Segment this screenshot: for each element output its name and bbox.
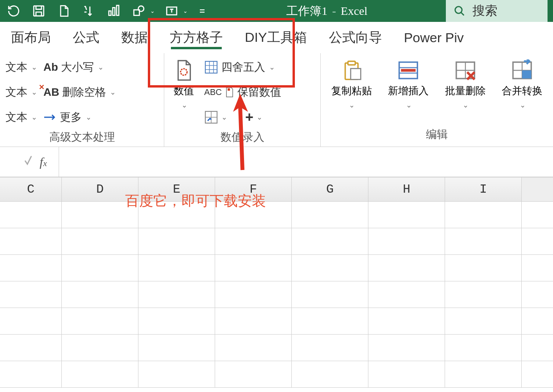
- chart-icon[interactable]: [106, 3, 122, 19]
- tab-fangfanggezi[interactable]: 方方格子: [159, 22, 234, 53]
- tab-powerpivot[interactable]: Power Piv: [393, 22, 475, 53]
- grid-cell[interactable]: [292, 281, 368, 308]
- title-separator: -: [332, 4, 336, 18]
- grid-icon: [204, 60, 218, 74]
- grid-cell[interactable]: [445, 228, 522, 254]
- column-header[interactable]: E: [138, 177, 215, 201]
- grid-cell[interactable]: [138, 281, 215, 308]
- grid-cell[interactable]: [445, 361, 522, 387]
- grid-cell[interactable]: [62, 228, 138, 254]
- grid-cell[interactable]: [445, 335, 522, 361]
- grid-cell[interactable]: [0, 335, 62, 361]
- grid-cell[interactable]: [138, 361, 215, 387]
- grid-cell[interactable]: [0, 281, 62, 308]
- grid-row: [0, 202, 553, 228]
- grid-cell[interactable]: [215, 335, 292, 361]
- column-header[interactable]: D: [62, 177, 138, 201]
- grid-cell[interactable]: [215, 308, 292, 334]
- grid-cell[interactable]: [445, 255, 522, 281]
- grid-cell[interactable]: [215, 361, 292, 387]
- more-button[interactable]: 更多⌄: [43, 107, 116, 127]
- text-button-3[interactable]: 文本⌄: [5, 107, 37, 127]
- grid-cell[interactable]: [0, 255, 62, 281]
- grid-cell[interactable]: [368, 228, 445, 254]
- column-header[interactable]: C: [0, 177, 62, 201]
- grid-cell[interactable]: [0, 202, 62, 228]
- grid-cell[interactable]: [0, 228, 62, 254]
- grid-cell[interactable]: [368, 255, 445, 281]
- tab-layout[interactable]: 面布局: [0, 22, 62, 53]
- grid-cell[interactable]: [445, 281, 522, 308]
- column-header[interactable]: G: [292, 177, 368, 201]
- tab-diy-toolbox[interactable]: DIY工具箱: [234, 22, 318, 53]
- grid-cell[interactable]: [62, 281, 138, 308]
- case-button[interactable]: Ab 大小写⌄: [43, 57, 116, 77]
- redo-icon[interactable]: [5, 3, 22, 19]
- grid-cell[interactable]: [138, 335, 215, 361]
- edit-cell-button[interactable]: ⌄: [204, 110, 227, 124]
- grid-cell[interactable]: [445, 202, 522, 228]
- round-button[interactable]: 四舍五入⌄: [204, 57, 281, 77]
- grid-cell[interactable]: [292, 228, 368, 254]
- tab-formula[interactable]: 公式: [62, 22, 110, 53]
- grid-cell[interactable]: [368, 308, 445, 334]
- grid-cell[interactable]: [62, 255, 138, 281]
- copy-paste-button[interactable]: 复制粘贴 ⌄: [326, 57, 377, 125]
- add-button[interactable]: + ⌄: [245, 109, 262, 125]
- check-icon[interactable]: [23, 156, 32, 168]
- new-file-icon[interactable]: [56, 3, 72, 19]
- save-icon[interactable]: [31, 3, 47, 19]
- column-header[interactable]: I: [445, 177, 522, 201]
- text-button-2[interactable]: 文本⌄: [5, 82, 37, 102]
- grid-cell[interactable]: [368, 361, 445, 387]
- formula-input[interactable]: [59, 147, 553, 177]
- grid-row: [0, 335, 553, 361]
- grid-cell[interactable]: [215, 255, 292, 281]
- grid-cell[interactable]: [445, 308, 522, 334]
- keep-value-button[interactable]: ABC 保留数值: [204, 82, 281, 102]
- merge-convert-button[interactable]: 合并转换 ⌄: [497, 57, 548, 125]
- dropdown-icon[interactable]: ⌄: [183, 8, 188, 14]
- numeric-button[interactable]: 数值⌄: [170, 57, 198, 127]
- sort-icon[interactable]: [81, 3, 97, 19]
- svg-rect-19: [522, 70, 531, 79]
- grid-cell[interactable]: [292, 335, 368, 361]
- new-insert-button[interactable]: 新增插入 ⌄: [383, 57, 434, 125]
- grid-cell[interactable]: [62, 335, 138, 361]
- tab-formula-wizard[interactable]: 公式向导: [318, 22, 393, 53]
- fx-label[interactable]: fx: [40, 155, 47, 169]
- grid-cell[interactable]: [368, 281, 445, 308]
- grid-cell[interactable]: [138, 255, 215, 281]
- dropdown-icon[interactable]: ⌄: [150, 8, 155, 14]
- grid-cell[interactable]: [292, 361, 368, 387]
- more-icon[interactable]: [196, 3, 208, 19]
- grid-cell[interactable]: [62, 361, 138, 387]
- batch-delete-button[interactable]: 批量删除 ⌄: [440, 57, 491, 125]
- grid-cell[interactable]: [62, 202, 138, 228]
- search-box[interactable]: 搜索: [446, 0, 548, 22]
- grid-cell[interactable]: [215, 228, 292, 254]
- textbox-icon[interactable]: [163, 3, 180, 19]
- grid-cell[interactable]: [138, 308, 215, 334]
- grid-cell[interactable]: [138, 202, 215, 228]
- grid-cell[interactable]: [138, 228, 215, 254]
- merge-icon: [511, 59, 533, 81]
- grid-cell[interactable]: [292, 255, 368, 281]
- grid-cell[interactable]: [0, 308, 62, 334]
- text-button-1[interactable]: 文本⌄: [5, 57, 37, 77]
- grid-cell[interactable]: [368, 335, 445, 361]
- grid-cell[interactable]: [215, 202, 292, 228]
- column-header[interactable]: F: [215, 177, 292, 201]
- grid-cell[interactable]: [292, 202, 368, 228]
- spreadsheet-grid: [0, 202, 553, 388]
- chevron-down-icon: ⌄: [31, 63, 37, 72]
- shapes-icon[interactable]: [131, 3, 147, 19]
- grid-cell[interactable]: [368, 202, 445, 228]
- grid-cell[interactable]: [292, 308, 368, 334]
- grid-cell[interactable]: [215, 281, 292, 308]
- tab-data[interactable]: 数据: [110, 22, 159, 53]
- column-header[interactable]: H: [368, 177, 445, 201]
- remove-space-button[interactable]: ✕AB 删除空格⌄: [43, 82, 116, 102]
- grid-cell[interactable]: [0, 361, 62, 387]
- grid-cell[interactable]: [62, 308, 138, 334]
